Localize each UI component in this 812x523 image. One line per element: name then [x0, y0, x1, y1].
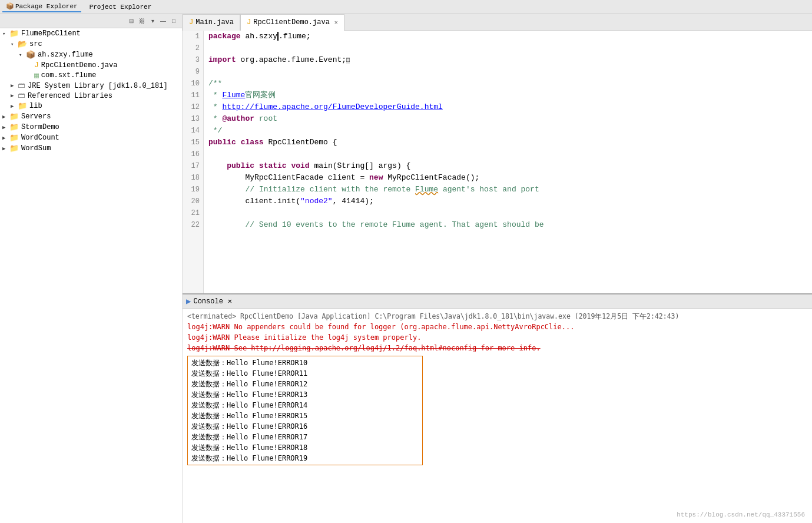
lib-folder-icon: 📁 [18, 101, 27, 111]
arrow-icon: ▾ [2, 31, 8, 37]
arrow-icon: ▾ [19, 52, 25, 58]
editor-tabs: J Main.java J RpcClientDemo.java ✕ [183, 14, 812, 31]
arrow-icon: ▶ [11, 103, 16, 110]
output-line-9: 发送数据：Hello Flume!ERROR19 [191, 453, 419, 464]
tree-label: ah.szxy.flume [38, 51, 93, 59]
console-body: <terminated> RpcClientDemo [Java Applica… [183, 309, 812, 523]
output-line-4: 发送数据：Hello Flume!ERROR14 [191, 400, 419, 411]
editor-area: J Main.java J RpcClientDemo.java ✕ 1 2 3… [183, 14, 812, 523]
tree-item-word-count[interactable]: ▶ 📁 WordCount [0, 133, 182, 143]
collapse-all-button[interactable]: ⊟ [127, 16, 136, 26]
minimize-button[interactable]: — [158, 16, 168, 26]
main-layout: ⊟ ⛓ ▾ — □ ▾ 📁 FlumeRpcClient ▾ 📂 src ▾ 📦… [0, 14, 812, 523]
console-title: Console [193, 297, 223, 306]
tree-label: src [29, 40, 42, 48]
src-folder-icon: 📂 [18, 39, 27, 49]
code-line-14: */ [208, 125, 807, 137]
servers-icon: 📁 [9, 112, 19, 121]
console-warn-2: log4j:WARN Please initialize the log4j s… [187, 332, 807, 343]
tree-label: RpcClientDemo.java [41, 61, 118, 69]
tree-item-jre[interactable]: ▶ 🗃 JRE System Library [jdk1.8.0_181] [0, 81, 182, 91]
link-editor-button[interactable]: ⛓ [137, 16, 147, 26]
tree-item-storm-demo[interactable]: ▶ 📁 StormDemo [0, 122, 182, 133]
code-line-12: * http://flume.apache.org/FlumeDeveloper… [208, 101, 807, 113]
package-icon: 📦 [26, 50, 35, 59]
storm-icon: 📁 [9, 123, 19, 132]
code-line-11: * Flume官网案例 [208, 90, 807, 101]
tree-label: WordCount [21, 134, 59, 142]
tree-item-flume-rpc-client[interactable]: ▾ 📁 FlumeRpcClient [0, 28, 182, 39]
tab-label: Main.java [195, 18, 234, 27]
tree-item-src[interactable]: ▾ 📂 src [0, 39, 182, 49]
arrow-icon: ▶ [11, 82, 16, 89]
sidebar-controls: ⊟ ⛓ ▾ — □ [127, 16, 178, 26]
code-line-17: public static void main(String[] args) { [208, 160, 807, 172]
console-output-box: 发送数据：Hello Flume!ERROR10 发送数据：Hello Flum… [187, 356, 423, 465]
code-area: 1 2 3 9 10 11 12 13 14 15 16 17 18 19 20… [183, 31, 812, 293]
tree-item-ah-szxy-flume[interactable]: ▾ 📦 ah.szxy.flume [0, 49, 182, 60]
output-line-5: 发送数据：Hello Flume!ERROR15 [191, 411, 419, 421]
tree-item-word-sum[interactable]: ▶ 📁 WordSum [0, 143, 182, 154]
arrow-icon: ▶ [2, 124, 8, 131]
java-file-icon: J [34, 61, 39, 69]
tab-main-java[interactable]: J Main.java [183, 14, 240, 31]
code-line-15: public class RpcClientDemo { [208, 137, 807, 148]
watermark: https://blog.csdn.net/qq_43371556 [677, 511, 805, 518]
console-header: ▶ Console ✕ [183, 294, 812, 309]
tab-close-icon[interactable]: ✕ [334, 19, 338, 26]
arrow-icon [27, 62, 33, 68]
output-line-1: 发送数据：Hello Flume!ERROR11 [191, 368, 419, 379]
tree-item-servers[interactable]: ▶ 📁 Servers [0, 111, 182, 122]
code-line-21 [208, 207, 807, 219]
tree-item-com-sxt-flume[interactable]: ▦ com.sxt.flume [0, 70, 182, 81]
arrow-icon [27, 72, 33, 78]
console-close-icon[interactable]: ✕ [228, 297, 232, 306]
arrow-icon: ▶ [2, 145, 8, 152]
tree-item-rpc-client-demo[interactable]: J RpcClientDemo.java [0, 60, 182, 70]
sidebar-header: ⊟ ⛓ ▾ — □ [0, 14, 182, 28]
view-menu-button[interactable]: ▾ [148, 16, 157, 26]
console-icon: ▶ [186, 296, 191, 306]
tab-rpc-client-demo[interactable]: J RpcClientDemo.java ✕ [240, 14, 344, 31]
code-line-16 [208, 148, 807, 160]
tree-label: com.sxt.flume [41, 71, 97, 80]
code-line-13: * @author root [208, 113, 807, 125]
arrow-icon: ▾ [11, 41, 16, 48]
code-content[interactable]: package ah.szxy.flume; import org.apache… [204, 31, 812, 293]
package-icon: ▦ [34, 71, 39, 80]
console-terminated-line: <terminated> RpcClientDemo [Java Applica… [187, 311, 807, 322]
project-icon: 📁 [9, 29, 19, 38]
code-line-2 [208, 42, 807, 54]
tree-label: lib [29, 102, 42, 110]
ref-lib-icon: 🗃 [18, 91, 25, 100]
tree-label: FlumeRpcClient [21, 29, 81, 38]
tree-label: StormDemo [21, 123, 59, 131]
tree-label: Referenced Libraries [28, 92, 112, 100]
code-line-18: MyRpcClientFacade client = new MyRpcClie… [208, 172, 807, 184]
output-line-7: 发送数据：Hello Flume!ERROR17 [191, 432, 419, 442]
output-line-6: 发送数据：Hello Flume!ERROR16 [191, 421, 419, 432]
code-line-20: client.init("node2", 41414); [208, 196, 807, 207]
line-numbers: 1 2 3 9 10 11 12 13 14 15 16 17 18 19 20… [183, 31, 204, 293]
maximize-button[interactable]: □ [169, 16, 178, 26]
console-warn-1: log4j:WARN No appenders could be found f… [187, 322, 807, 332]
code-line-10: /** [208, 78, 807, 90]
code-line-3: import org.apache.flume.Event;□ [208, 54, 807, 66]
arrow-icon: ▶ [2, 135, 8, 141]
code-line-19: // Initialize client with the remote Flu… [208, 184, 807, 196]
word-count-icon: 📁 [9, 133, 19, 143]
output-line-2: 发送数据：Hello Flume!ERROR12 [191, 379, 419, 389]
code-line-9 [208, 66, 807, 78]
console-warn-3: log4j:WARN See http://logging.apache.org… [187, 343, 807, 353]
tree-item-referenced-libs[interactable]: ▶ 🗃 Referenced Libraries [0, 91, 182, 101]
code-line-22: // Send 10 events to the remote Flume ag… [208, 219, 807, 231]
explorer-tab-package[interactable]: 📦 Package Explorer [2, 1, 81, 12]
tree-label: Servers [21, 112, 51, 121]
java-icon: J [189, 18, 193, 27]
tree-item-lib[interactable]: ▶ 📁 lib [0, 101, 182, 111]
word-sum-icon: 📁 [9, 144, 19, 153]
tree-label: JRE System Library [jdk1.8.0_181] [28, 82, 168, 90]
arrow-icon: ▶ [2, 114, 8, 120]
explorer-tab-project[interactable]: Project Explorer [86, 2, 155, 12]
output-line-0: 发送数据：Hello Flume!ERROR10 [191, 358, 419, 368]
